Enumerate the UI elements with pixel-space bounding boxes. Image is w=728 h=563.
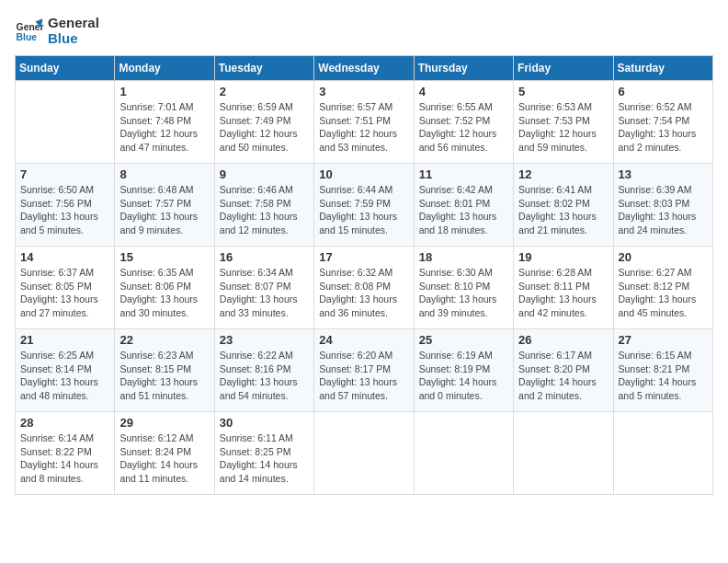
day-info: Sunrise: 6:57 AM Sunset: 7:51 PM Dayligh… xyxy=(319,100,408,155)
day-number: 4 xyxy=(419,85,508,98)
calendar-cell: 20Sunrise: 6:27 AM Sunset: 8:12 PM Dayli… xyxy=(613,247,712,329)
calendar-cell xyxy=(314,412,414,495)
day-number: 2 xyxy=(220,85,309,98)
day-number: 16 xyxy=(220,250,309,264)
weekday-header-saturday: Saturday xyxy=(613,56,712,81)
day-info: Sunrise: 6:46 AM Sunset: 7:58 PM Dayligh… xyxy=(220,183,309,237)
day-info: Sunrise: 6:27 AM Sunset: 8:12 PM Dayligh… xyxy=(619,266,708,320)
calendar-cell: 3Sunrise: 6:57 AM Sunset: 7:51 PM Daylig… xyxy=(314,81,414,164)
calendar-cell: 18Sunrise: 6:30 AM Sunset: 8:10 PM Dayli… xyxy=(414,247,513,329)
logo: General Blue General Blue xyxy=(15,15,99,46)
day-number: 23 xyxy=(220,333,309,347)
day-number: 3 xyxy=(319,85,408,98)
calendar-header: SundayMondayTuesdayWednesdayThursdayFrid… xyxy=(16,56,713,81)
day-number: 10 xyxy=(319,167,408,181)
day-info: Sunrise: 6:12 AM Sunset: 8:24 PM Dayligh… xyxy=(119,431,209,486)
day-info: Sunrise: 7:01 AM Sunset: 7:48 PM Dayligh… xyxy=(119,100,209,155)
day-info: Sunrise: 6:14 AM Sunset: 8:22 PM Dayligh… xyxy=(20,431,109,486)
calendar-cell xyxy=(514,412,613,495)
weekday-header-wednesday: Wednesday xyxy=(314,56,414,81)
weekday-header-tuesday: Tuesday xyxy=(214,56,313,81)
calendar-cell: 15Sunrise: 6:35 AM Sunset: 8:06 PM Dayli… xyxy=(115,247,214,329)
calendar-cell: 14Sunrise: 6:37 AM Sunset: 8:05 PM Dayli… xyxy=(16,247,115,329)
day-number: 7 xyxy=(20,167,109,181)
calendar-cell: 11Sunrise: 6:42 AM Sunset: 8:01 PM Dayli… xyxy=(414,164,513,247)
day-info: Sunrise: 6:59 AM Sunset: 7:49 PM Dayligh… xyxy=(220,100,309,155)
calendar-cell: 19Sunrise: 6:28 AM Sunset: 8:11 PM Dayli… xyxy=(514,247,613,329)
calendar-cell xyxy=(613,412,712,495)
day-info: Sunrise: 6:19 AM Sunset: 8:19 PM Dayligh… xyxy=(419,349,508,403)
weekday-header-sunday: Sunday xyxy=(16,56,115,81)
day-info: Sunrise: 6:15 AM Sunset: 8:21 PM Dayligh… xyxy=(619,349,708,403)
weekday-header-thursday: Thursday xyxy=(414,56,513,81)
header: General Blue General Blue xyxy=(15,15,713,46)
calendar-cell: 1Sunrise: 7:01 AM Sunset: 7:48 PM Daylig… xyxy=(115,81,214,164)
day-number: 9 xyxy=(220,167,309,181)
calendar-cell: 25Sunrise: 6:19 AM Sunset: 8:19 PM Dayli… xyxy=(414,329,513,412)
day-info: Sunrise: 6:53 AM Sunset: 7:53 PM Dayligh… xyxy=(518,100,608,155)
calendar-cell xyxy=(414,412,513,495)
day-info: Sunrise: 6:41 AM Sunset: 8:02 PM Dayligh… xyxy=(518,183,608,237)
day-info: Sunrise: 6:11 AM Sunset: 8:25 PM Dayligh… xyxy=(220,431,309,486)
logo-icon: General Blue xyxy=(15,16,44,45)
calendar-body: 1Sunrise: 7:01 AM Sunset: 7:48 PM Daylig… xyxy=(16,81,713,495)
calendar-week-row: 21Sunrise: 6:25 AM Sunset: 8:14 PM Dayli… xyxy=(16,329,713,412)
calendar-week-row: 14Sunrise: 6:37 AM Sunset: 8:05 PM Dayli… xyxy=(16,247,713,329)
day-number: 13 xyxy=(619,167,708,181)
calendar-cell: 28Sunrise: 6:14 AM Sunset: 8:22 PM Dayli… xyxy=(16,412,115,495)
day-number: 17 xyxy=(319,250,408,264)
calendar-cell: 27Sunrise: 6:15 AM Sunset: 8:21 PM Dayli… xyxy=(613,329,712,412)
day-info: Sunrise: 6:55 AM Sunset: 7:52 PM Dayligh… xyxy=(419,100,508,155)
calendar-cell xyxy=(16,81,115,164)
day-info: Sunrise: 6:42 AM Sunset: 8:01 PM Dayligh… xyxy=(419,183,508,237)
day-number: 5 xyxy=(518,85,608,98)
day-info: Sunrise: 6:39 AM Sunset: 8:03 PM Dayligh… xyxy=(619,183,708,237)
calendar-cell: 8Sunrise: 6:48 AM Sunset: 7:57 PM Daylig… xyxy=(115,164,214,247)
day-number: 8 xyxy=(119,167,209,181)
day-number: 24 xyxy=(319,333,408,347)
day-info: Sunrise: 6:48 AM Sunset: 7:57 PM Dayligh… xyxy=(119,183,209,237)
day-info: Sunrise: 6:22 AM Sunset: 8:16 PM Dayligh… xyxy=(220,349,309,403)
day-number: 30 xyxy=(220,416,309,430)
svg-text:Blue: Blue xyxy=(17,32,38,42)
day-number: 6 xyxy=(619,85,708,98)
calendar-cell: 13Sunrise: 6:39 AM Sunset: 8:03 PM Dayli… xyxy=(613,164,712,247)
calendar-table: SundayMondayTuesdayWednesdayThursdayFrid… xyxy=(15,55,713,495)
weekday-header-friday: Friday xyxy=(514,56,613,81)
calendar-cell: 6Sunrise: 6:52 AM Sunset: 7:54 PM Daylig… xyxy=(613,81,712,164)
logo-general: General xyxy=(48,15,99,30)
day-info: Sunrise: 6:34 AM Sunset: 8:07 PM Dayligh… xyxy=(220,266,309,320)
day-info: Sunrise: 6:30 AM Sunset: 8:10 PM Dayligh… xyxy=(419,266,508,320)
logo-blue: Blue xyxy=(48,30,99,46)
calendar-cell: 2Sunrise: 6:59 AM Sunset: 7:49 PM Daylig… xyxy=(214,81,313,164)
calendar-cell: 17Sunrise: 6:32 AM Sunset: 8:08 PM Dayli… xyxy=(314,247,414,329)
day-number: 22 xyxy=(119,333,209,347)
calendar-week-row: 7Sunrise: 6:50 AM Sunset: 7:56 PM Daylig… xyxy=(16,164,713,247)
day-info: Sunrise: 6:35 AM Sunset: 8:06 PM Dayligh… xyxy=(119,266,209,320)
day-number: 18 xyxy=(419,250,508,264)
day-number: 15 xyxy=(119,250,209,264)
day-number: 26 xyxy=(518,333,608,347)
calendar-cell: 24Sunrise: 6:20 AM Sunset: 8:17 PM Dayli… xyxy=(314,329,414,412)
calendar-cell: 4Sunrise: 6:55 AM Sunset: 7:52 PM Daylig… xyxy=(414,81,513,164)
calendar-cell: 7Sunrise: 6:50 AM Sunset: 7:56 PM Daylig… xyxy=(16,164,115,247)
day-info: Sunrise: 6:28 AM Sunset: 8:11 PM Dayligh… xyxy=(518,266,608,320)
day-number: 14 xyxy=(20,250,109,264)
day-info: Sunrise: 6:37 AM Sunset: 8:05 PM Dayligh… xyxy=(20,266,109,320)
weekday-header-monday: Monday xyxy=(115,56,214,81)
calendar-cell: 22Sunrise: 6:23 AM Sunset: 8:15 PM Dayli… xyxy=(115,329,214,412)
day-info: Sunrise: 6:44 AM Sunset: 7:59 PM Dayligh… xyxy=(319,183,408,237)
calendar-cell: 30Sunrise: 6:11 AM Sunset: 8:25 PM Dayli… xyxy=(214,412,313,495)
day-number: 29 xyxy=(119,416,209,430)
calendar-week-row: 1Sunrise: 7:01 AM Sunset: 7:48 PM Daylig… xyxy=(16,81,713,164)
day-info: Sunrise: 6:17 AM Sunset: 8:20 PM Dayligh… xyxy=(518,349,608,403)
day-info: Sunrise: 6:50 AM Sunset: 7:56 PM Dayligh… xyxy=(20,183,109,237)
calendar-cell: 12Sunrise: 6:41 AM Sunset: 8:02 PM Dayli… xyxy=(514,164,613,247)
day-number: 20 xyxy=(619,250,708,264)
calendar-cell: 29Sunrise: 6:12 AM Sunset: 8:24 PM Dayli… xyxy=(115,412,214,495)
calendar-cell: 21Sunrise: 6:25 AM Sunset: 8:14 PM Dayli… xyxy=(16,329,115,412)
day-number: 1 xyxy=(119,85,209,98)
day-number: 12 xyxy=(518,167,608,181)
calendar-cell: 23Sunrise: 6:22 AM Sunset: 8:16 PM Dayli… xyxy=(214,329,313,412)
day-number: 19 xyxy=(518,250,608,264)
